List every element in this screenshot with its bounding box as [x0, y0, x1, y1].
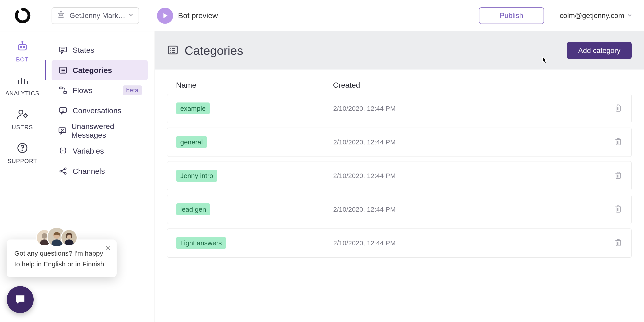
flow-icon	[58, 86, 68, 95]
beta-badge: beta	[123, 86, 142, 95]
top-header: GetJenny Marketi... Bot preview Publish …	[0, 0, 644, 32]
bot-selector[interactable]: GetJenny Marketi...	[52, 8, 139, 24]
chat-popup-message: Got any questions? I'm happy to help in …	[14, 248, 109, 270]
svg-point-7	[20, 46, 22, 48]
robot-icon	[16, 40, 28, 53]
sidebar-item-channels[interactable]: Channels	[52, 161, 148, 181]
sidebar-item-unanswered[interactable]: Unanswered Messages	[52, 121, 148, 141]
help-icon	[16, 142, 28, 155]
bot-preview-play-button[interactable]	[157, 8, 173, 24]
chat-icon	[58, 46, 68, 54]
publish-button[interactable]: Publish	[479, 8, 544, 24]
svg-point-1	[60, 14, 60, 16]
avatar-strip	[36, 227, 78, 247]
chat-popup: Got any questions? I'm happy to help in …	[7, 240, 116, 277]
main-header: Categories Add category	[155, 32, 644, 70]
trash-icon[interactable]	[614, 205, 622, 214]
category-tag: lead gen	[176, 204, 210, 215]
user-menu[interactable]: colm@getjenny.com	[560, 12, 633, 20]
svg-line-46	[62, 172, 64, 173]
trash-icon[interactable]	[614, 238, 622, 248]
rail-item-bot[interactable]: BOT	[0, 40, 44, 63]
rail-item-analytics[interactable]: ANALYTICS	[0, 74, 44, 97]
column-header-name: Name	[176, 81, 333, 90]
table-row[interactable]: Jenny intro 2/10/2020, 12:44 PM	[167, 161, 632, 190]
svg-point-15	[19, 110, 23, 114]
list-icon	[58, 66, 68, 75]
sidebar: States Categories Flows beta Conversatio…	[45, 32, 155, 322]
logo	[0, 7, 45, 24]
svg-marker-5	[164, 13, 168, 18]
svg-point-44	[64, 172, 66, 174]
sidebar-item-flows[interactable]: Flows beta	[52, 80, 148, 100]
category-created: 2/10/2020, 12:44 PM	[333, 239, 396, 247]
table-row[interactable]: Light answers 2/10/2020, 12:44 PM	[167, 228, 632, 258]
table-row[interactable]: lead gen 2/10/2020, 12:44 PM	[167, 195, 632, 224]
logo-icon	[14, 7, 31, 24]
chevron-down-icon	[128, 12, 134, 20]
category-tag: Jenny intro	[176, 170, 217, 182]
trash-icon[interactable]	[614, 104, 622, 113]
trash-icon[interactable]	[614, 138, 622, 147]
left-rail: BOT ANALYTICS USERS SUPPORT	[0, 32, 45, 322]
x-chat-icon	[58, 126, 67, 135]
list-icon	[167, 44, 179, 57]
table-header: Name Created	[167, 74, 632, 94]
add-category-button[interactable]: Add category	[567, 42, 632, 59]
avatar	[60, 229, 78, 246]
rail-item-support[interactable]: SUPPORT	[0, 142, 44, 164]
svg-point-64	[42, 233, 47, 238]
trash-icon[interactable]	[614, 171, 622, 180]
user-email: colm@getjenny.com	[560, 12, 624, 20]
svg-rect-6	[18, 44, 26, 50]
svg-rect-23	[60, 47, 66, 52]
category-created: 2/10/2020, 12:44 PM	[333, 172, 396, 180]
users-gear-icon	[16, 108, 28, 121]
svg-point-22	[22, 150, 23, 151]
bot-selector-label: GetJenny Marketi...	[70, 12, 128, 20]
svg-point-43	[64, 168, 66, 170]
warning-chat-icon	[58, 106, 68, 115]
svg-point-37	[63, 111, 63, 112]
svg-rect-34	[64, 92, 66, 93]
table-row[interactable]: example 2/10/2020, 12:44 PM	[167, 94, 632, 123]
main-area: Categories Add category Name Created exa…	[155, 32, 644, 322]
svg-point-67	[52, 240, 62, 246]
svg-point-16	[24, 114, 27, 117]
category-created: 2/10/2020, 12:44 PM	[333, 138, 396, 146]
page-title: Categories	[184, 44, 243, 58]
column-header-created: Created	[333, 81, 623, 90]
svg-rect-33	[60, 87, 62, 89]
svg-point-2	[62, 14, 63, 16]
svg-point-10	[22, 41, 23, 42]
rail-item-users[interactable]: USERS	[0, 108, 44, 131]
sidebar-item-conversations[interactable]: Conversations	[52, 100, 148, 121]
share-nodes-icon	[58, 166, 68, 176]
bot-preview-label: Bot preview	[178, 11, 218, 20]
sidebar-item-states[interactable]: States	[52, 40, 148, 60]
robot-icon	[56, 10, 66, 21]
sidebar-item-variables[interactable]: Variables	[52, 141, 148, 161]
chevron-down-icon	[626, 12, 633, 19]
close-icon[interactable]	[105, 245, 111, 253]
table-row[interactable]: general 2/10/2020, 12:44 PM	[167, 128, 632, 157]
category-created: 2/10/2020, 12:44 PM	[333, 206, 396, 213]
svg-point-69	[64, 240, 74, 245]
svg-point-42	[60, 170, 62, 172]
svg-line-45	[62, 169, 64, 171]
category-tag: example	[176, 102, 210, 114]
sidebar-item-categories[interactable]: Categories	[52, 60, 148, 80]
svg-point-4	[60, 11, 62, 12]
chart-icon	[16, 74, 28, 87]
svg-point-8	[23, 46, 24, 48]
braces-icon	[58, 146, 68, 156]
chat-launcher-button[interactable]	[7, 286, 34, 313]
category-created: 2/10/2020, 12:44 PM	[333, 105, 396, 112]
category-tag: general	[176, 136, 207, 148]
svg-rect-0	[58, 13, 64, 17]
category-tag: Light answers	[176, 237, 226, 249]
categories-table: Name Created example 2/10/2020, 12:44 PM…	[155, 70, 644, 266]
